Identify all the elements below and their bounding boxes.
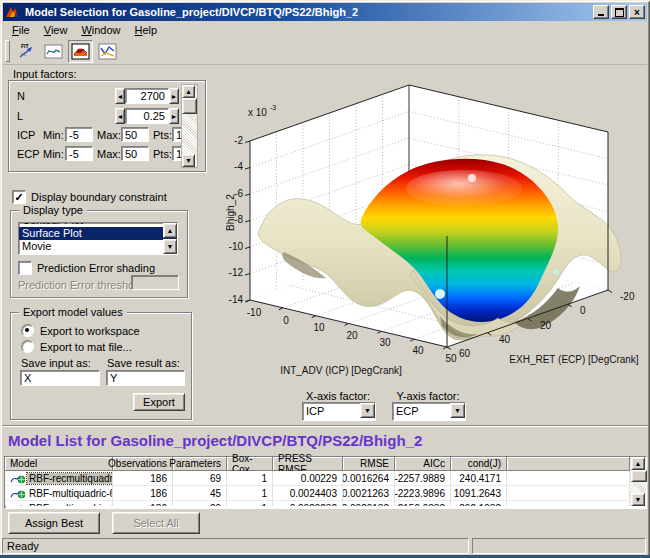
x-axis-factor-dropdown[interactable]: ICP ▼ (302, 402, 376, 421)
l-increment-button[interactable]: ► (169, 108, 179, 124)
prediction-error-threshold-label: Prediction Error threshold: (18, 279, 146, 291)
model-list-scrollbar[interactable]: ▲ ▼ (630, 457, 646, 506)
scrollbar-thumb[interactable] (182, 98, 197, 114)
column-rmse[interactable]: RMSE (343, 457, 395, 471)
list-scroll-down-button[interactable]: ▼ (163, 239, 177, 254)
table-header: Model Observations Parameters Box-Cox PR… (5, 457, 630, 471)
boundary-constraint-checkbox[interactable] (12, 190, 26, 204)
export-workspace-radio[interactable] (21, 324, 34, 337)
x-axis-factor-value: ICP (306, 405, 324, 417)
svg-text:0: 0 (580, 305, 586, 316)
model-name[interactable]: RBF-multiquadric-60 (27, 488, 113, 499)
ecp-max-field[interactable] (121, 146, 149, 161)
export-matfile-radio[interactable] (21, 340, 34, 353)
display-type-group: Display type Contour Plot Surface Plot M… (10, 210, 188, 298)
toolbar-grip[interactable] (5, 40, 10, 62)
scrollbar-thumb[interactable] (631, 470, 647, 482)
svg-text:-14: -14 (229, 294, 244, 305)
model-name[interactable]: RBF-recmultiquadric-80 (27, 473, 113, 484)
svg-text:30: 30 (379, 337, 391, 348)
fit-model-button[interactable]: FIT (14, 40, 39, 63)
ecp-min-field[interactable] (65, 146, 93, 161)
column-parameters[interactable]: Parameters (173, 457, 227, 471)
menu-bar: File View Window Help (3, 21, 649, 38)
scroll-up-button[interactable]: ▲ (182, 85, 195, 98)
maximize-button[interactable] (611, 5, 627, 19)
factor-n-label: N (17, 90, 25, 102)
n-value-field[interactable] (125, 88, 169, 104)
table-body: RBF-recmultiquadric-80 186 69 1 0.00229 … (5, 471, 630, 506)
y-axis-factor-dropdown[interactable]: ECP ▼ (392, 402, 466, 421)
minimize-button[interactable] (593, 5, 609, 19)
assign-best-button[interactable]: Assign Best (8, 512, 100, 534)
save-input-field[interactable] (20, 370, 100, 386)
export-button[interactable]: Export (133, 393, 185, 411)
list-item-movie[interactable]: Movie (19, 240, 177, 253)
save-input-label: Save input as: (21, 357, 91, 369)
surface-movie-button[interactable] (68, 40, 93, 63)
y-axis-factor-label: Y-axis factor: (392, 390, 464, 402)
input-factors-scrollbar[interactable]: ▲ ▼ (181, 84, 198, 168)
column-condj[interactable]: cond(J) (451, 457, 507, 471)
maximize-icon (615, 8, 624, 17)
input-factors-group: N ◄ ► L ◄ ► ICP Min: Max: Pts: ECP Min: … (8, 80, 206, 172)
svg-text:-10: -10 (247, 307, 262, 318)
scroll-down-button[interactable]: ▼ (182, 154, 195, 167)
export-model-values-group: Export model values Export to workspace … (10, 312, 192, 420)
column-observations[interactable]: Observations (113, 457, 173, 471)
menu-file[interactable]: File (5, 22, 37, 38)
y-axis-dropdown-arrow-icon[interactable]: ▼ (450, 403, 465, 418)
menu-help[interactable]: Help (128, 22, 165, 38)
l-decrement-button[interactable]: ◄ (115, 108, 125, 124)
x-axis-dropdown-arrow-icon[interactable]: ▼ (360, 403, 375, 418)
y-axis-factor-value: ECP (396, 405, 419, 417)
model-icon (10, 503, 25, 507)
list-scroll-up-button[interactable]: ▲ (163, 223, 177, 238)
list-item-surface-plot[interactable]: Surface Plot (19, 227, 177, 240)
export-matfile-row: Export to mat file... (21, 340, 132, 353)
pane-divider[interactable] (2, 425, 648, 427)
surface-movie-icon (71, 43, 90, 60)
n-decrement-button[interactable]: ◄ (115, 88, 125, 104)
input-factors-label: Input factors: (13, 68, 77, 80)
scroll-down-button[interactable]: ▼ (631, 493, 645, 506)
prediction-error-shading-checkbox[interactable] (18, 261, 32, 275)
menu-window[interactable]: Window (74, 22, 127, 38)
model-icon (10, 473, 25, 484)
n-increment-button[interactable]: ► (169, 88, 179, 104)
surface-highlight (406, 170, 522, 206)
model-icon (10, 488, 25, 499)
display-type-title: Display type (19, 204, 87, 216)
cross-section-button[interactable] (95, 40, 120, 63)
display-type-listbox[interactable]: Contour Plot Surface Plot Movie ▲ ▼ (18, 222, 178, 255)
menu-view[interactable]: View (37, 22, 75, 38)
surface-plot: x 10 -3 -2 -4 -6 -8 -10 -12 -14 -10 0 10… (226, 66, 646, 386)
fit-model-icon: FIT (17, 43, 36, 60)
table-row[interactable]: RBF-multiquadric-40 186 29 1 0.0029232 0… (5, 501, 630, 506)
svg-text:-3: -3 (270, 104, 276, 111)
window-title: Model Selection for Gasoline_project/DIV… (25, 6, 591, 18)
icp-min-field[interactable] (65, 127, 93, 142)
column-boxcox[interactable]: Box-Cox (227, 457, 273, 471)
column-model[interactable]: Model (5, 457, 113, 471)
export-workspace-label: Export to workspace (40, 325, 140, 337)
plot-data-icon (44, 43, 63, 60)
plot-data-button[interactable] (41, 40, 66, 63)
table-row[interactable]: RBF-recmultiquadric-80 186 69 1 0.00229 … (5, 471, 630, 486)
ecp-pts-label: Pts: (153, 148, 172, 160)
close-icon: × (634, 8, 640, 17)
scroll-up-button[interactable]: ▲ (631, 457, 645, 470)
icp-max-field[interactable] (121, 127, 149, 142)
svg-text:20: 20 (540, 320, 552, 331)
save-result-field[interactable] (106, 370, 185, 386)
svg-text:40: 40 (499, 334, 511, 345)
model-name[interactable]: RBF-multiquadric-40 (27, 503, 113, 507)
table-row[interactable]: RBF-multiquadric-60 186 45 1 0.0024403 0… (5, 486, 630, 501)
column-aicc[interactable]: AICc (395, 457, 451, 471)
column-press-rmse[interactable]: PRESS RMSE (273, 457, 343, 471)
close-button[interactable]: × (629, 5, 645, 19)
l-value-field[interactable] (125, 108, 169, 124)
model-selection-window: Model Selection for Gasoline_project/DIV… (0, 0, 650, 558)
svg-text:50: 50 (445, 353, 457, 364)
export-workspace-row: Export to workspace (21, 324, 140, 337)
